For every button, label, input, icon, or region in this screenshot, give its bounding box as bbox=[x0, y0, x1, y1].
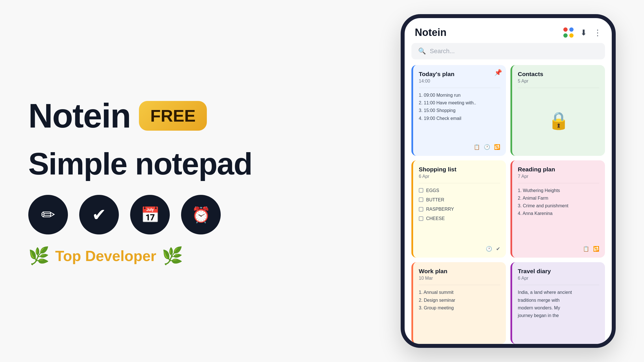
note-card-travel-diary[interactable]: Travel diary 6 Apr India, a land where a… bbox=[510, 262, 605, 344]
list-item: 2. 11:00 Have meeting with.. bbox=[419, 99, 500, 107]
note-divider bbox=[518, 183, 599, 183]
note-date-work-plan: 10 Mar bbox=[419, 276, 500, 281]
checkbox[interactable] bbox=[419, 188, 423, 193]
note-divider bbox=[518, 285, 599, 285]
list-item: 2. Design seminar bbox=[419, 296, 500, 304]
laurel-right-icon: 🌿 bbox=[162, 246, 183, 266]
phone-header: Notein ⬇ ⋮ bbox=[405, 18, 612, 43]
top-developer-section: 🌿 Top Developer 🌿 bbox=[28, 246, 372, 266]
feature-icons-row: ✏ ✔ 📅 ⏰ bbox=[28, 195, 372, 234]
list-item: 1. 09:00 Morning run bbox=[419, 91, 500, 99]
note-divider bbox=[419, 88, 500, 88]
note-date-contacts: 5 Apr bbox=[518, 79, 599, 84]
notes-grid: 📌 Today's plan 14:00 1. 09:00 Morning ru… bbox=[405, 65, 612, 344]
search-icon: 🔍 bbox=[418, 48, 426, 55]
app-title-large: Notein bbox=[28, 96, 130, 135]
copy-icon[interactable]: 📋 bbox=[474, 144, 480, 150]
edit-icon-circle: ✏ bbox=[28, 195, 68, 234]
checkmark-icon: ✔ bbox=[92, 205, 106, 225]
google-icon[interactable] bbox=[563, 27, 574, 38]
alarm-icon-circle: ⏰ bbox=[181, 195, 221, 234]
list-item: 1. Annual summit bbox=[419, 288, 500, 296]
note-date-travel-diary: 6 Apr bbox=[518, 276, 599, 281]
note-title-travel-diary: Travel diary bbox=[518, 268, 599, 275]
note-date-reading-plan: 7 Apr bbox=[518, 174, 599, 179]
search-input-placeholder: Search... bbox=[430, 48, 455, 55]
checkbox[interactable] bbox=[419, 216, 423, 221]
list-item: 2. Animal Farm bbox=[518, 194, 599, 202]
note-card-reading-plan[interactable]: Reading plan 7 Apr 1. Wuthering Heights … bbox=[510, 160, 605, 258]
note-footer-shopping-list: 🕐 ✔ bbox=[419, 243, 500, 252]
header-icons: ⬇ ⋮ bbox=[563, 27, 602, 38]
clock-icon[interactable]: 🕐 bbox=[486, 246, 492, 252]
note-date-todays-plan: 14:00 bbox=[419, 79, 500, 84]
note-card-todays-plan[interactable]: 📌 Today's plan 14:00 1. 09:00 Morning ru… bbox=[411, 65, 506, 156]
note-divider bbox=[419, 285, 500, 285]
phone-app-title: Notein bbox=[415, 27, 446, 38]
free-badge: FREE bbox=[139, 101, 207, 131]
checkbox[interactable] bbox=[419, 207, 423, 212]
google-dot-yellow bbox=[569, 33, 574, 38]
note-card-work-plan[interactable]: Work plan 10 Mar 1. Annual summit 2. Des… bbox=[411, 262, 506, 344]
repeat-icon[interactable]: 🔁 bbox=[593, 246, 599, 252]
more-options-icon[interactable]: ⋮ bbox=[594, 28, 602, 37]
calendar-icon-circle: 📅 bbox=[130, 195, 170, 234]
note-card-contacts[interactable]: Contacts 5 Apr 🔒 bbox=[510, 65, 605, 156]
checkbox-item-cheese: CHEESE bbox=[419, 215, 500, 222]
google-dot-red bbox=[563, 27, 568, 32]
note-content-shopping-list: EGGS BUTTER RASPBERRY CHEESE bbox=[419, 187, 500, 224]
note-divider bbox=[419, 183, 500, 183]
list-item: 1. Wuthering Heights bbox=[518, 187, 599, 194]
note-footer-todays-plan: 📋 🕐 🔁 bbox=[419, 141, 500, 150]
lock-icon-container: 🔒 bbox=[518, 91, 599, 150]
list-item: India, a land where ancient bbox=[518, 288, 599, 296]
note-footer-reading-plan: 📋 🔁 bbox=[518, 243, 599, 252]
list-item: traditions merge with bbox=[518, 296, 599, 304]
left-section: Notein FREE Simple notepad ✏ ✔ 📅 ⏰ 🌿 Top… bbox=[0, 74, 389, 288]
sort-icon[interactable]: ⬇ bbox=[580, 28, 587, 37]
phone-section: Notein ⬇ ⋮ 🔍 Search... 📌 Today' bbox=[389, 14, 644, 348]
lock-icon: 🔒 bbox=[548, 111, 569, 131]
checkbox[interactable] bbox=[419, 197, 423, 202]
phone-mockup: Notein ⬇ ⋮ 🔍 Search... 📌 Today' bbox=[401, 14, 616, 348]
checkbox-item-eggs: EGGS bbox=[419, 187, 500, 194]
list-item: journey began in the bbox=[518, 312, 599, 319]
list-item: 4. 19:00 Check email bbox=[419, 115, 500, 122]
list-item: modern wonders. My bbox=[518, 304, 599, 312]
repeat-icon[interactable]: 🔁 bbox=[494, 144, 500, 150]
note-title-shopping-list: Shopping list bbox=[419, 166, 500, 173]
note-divider bbox=[518, 88, 599, 88]
search-bar[interactable]: 🔍 Search... bbox=[411, 43, 605, 59]
pin-icon: 📌 bbox=[494, 69, 502, 76]
note-title-contacts: Contacts bbox=[518, 71, 599, 77]
note-content-work-plan: 1. Annual summit 2. Design seminar 3. Gr… bbox=[419, 288, 500, 312]
note-title-work-plan: Work plan bbox=[419, 268, 500, 275]
copy-icon[interactable]: 📋 bbox=[583, 246, 589, 252]
checkbox-item-butter: BUTTER bbox=[419, 196, 500, 204]
note-date-shopping-list: 6 Apr bbox=[419, 174, 500, 179]
note-content-travel-diary: India, a land where ancient traditions m… bbox=[518, 288, 599, 319]
laurel-left-icon: 🌿 bbox=[28, 246, 50, 266]
google-dot-blue bbox=[569, 27, 574, 32]
top-developer-label: Top Developer bbox=[55, 247, 156, 264]
clock-icon[interactable]: 🕐 bbox=[484, 144, 490, 150]
pencil-icon: ✏ bbox=[41, 205, 55, 225]
app-subtitle: Simple notepad bbox=[28, 146, 372, 181]
list-item: 3. 15:00 Shopping bbox=[419, 107, 500, 114]
note-content-todays-plan: 1. 09:00 Morning run 2. 11:00 Have meeti… bbox=[419, 91, 500, 122]
note-content-reading-plan: 1. Wuthering Heights 2. Animal Farm 3. C… bbox=[518, 187, 599, 217]
alarm-icon: ⏰ bbox=[192, 206, 211, 224]
list-item: 3. Group meeting bbox=[419, 304, 500, 312]
title-row: Notein FREE bbox=[28, 96, 372, 135]
list-item: 4. Anna Karenina bbox=[518, 210, 599, 217]
checkbox-item-raspberry: RASPBERRY bbox=[419, 205, 500, 213]
note-card-shopping-list[interactable]: Shopping list 6 Apr EGGS BUTTER RASPBERR… bbox=[411, 160, 506, 258]
google-dot-green bbox=[563, 33, 568, 38]
note-title-todays-plan: Today's plan bbox=[419, 71, 500, 77]
note-title-reading-plan: Reading plan bbox=[518, 166, 599, 173]
calendar-icon: 📅 bbox=[141, 206, 160, 224]
check-icon-circle: ✔ bbox=[79, 195, 119, 234]
checkmark-icon[interactable]: ✔ bbox=[496, 246, 500, 252]
list-item: 3. Crime and punishment bbox=[518, 202, 599, 210]
